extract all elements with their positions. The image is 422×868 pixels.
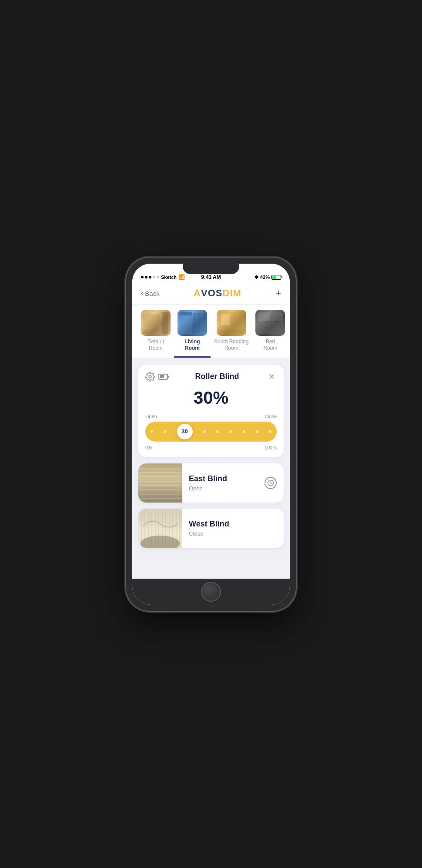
east-blind-status: Open: [189, 485, 258, 492]
svg-rect-6: [197, 313, 201, 332]
home-button[interactable]: [201, 582, 221, 602]
east-blind-thumb: [138, 463, 182, 503]
slider-track[interactable]: 30: [145, 422, 277, 442]
dot-9: [256, 430, 258, 433]
dot-6: [216, 430, 219, 433]
signal-dot-2: [145, 276, 147, 278]
svg-rect-1: [143, 314, 161, 327]
dot-7: [229, 430, 232, 433]
east-blind-card[interactable]: East Blind Open: [138, 463, 284, 503]
close-label: Close: [265, 414, 277, 419]
west-blind-name: West Blind: [189, 519, 277, 529]
dot-5: [203, 430, 206, 433]
room-label-living: LivingRoom: [184, 338, 200, 352]
dot-2: [164, 430, 166, 433]
room-thumb-default: [141, 310, 171, 336]
close-button[interactable]: ✕: [266, 372, 277, 382]
status-time: 9:41 AM: [201, 274, 221, 280]
battery-icon: [271, 275, 281, 280]
main-content: Roller Blind ✕ 30% Open Close: [132, 358, 290, 579]
open-label: Open: [145, 414, 157, 419]
signal-dot-1: [141, 276, 144, 278]
phone-frame: Sketch 📶 9:41 AM ✱ 42% ‹ Back A VOS DIM: [126, 258, 296, 611]
logo-dim: DIM: [222, 288, 241, 299]
room-thumb-south: [217, 310, 246, 336]
phone-screen: Sketch 📶 9:41 AM ✱ 42% ‹ Back A VOS DIM: [132, 264, 290, 605]
room-thumb-bed: [255, 310, 285, 336]
dot-8: [243, 430, 245, 433]
app-header: ‹ Back A VOS DIM +: [132, 283, 290, 305]
card-header: Roller Blind ✕: [145, 372, 277, 382]
slider-dots: [151, 430, 271, 433]
room-label-bedroom: BedRoom: [263, 338, 277, 352]
signal-dot-5: [157, 276, 159, 278]
room-tab-bedroom[interactable]: BedRoom: [252, 310, 288, 358]
chevron-left-icon: ‹: [141, 289, 143, 297]
svg-rect-7: [180, 312, 192, 315]
svg-rect-14: [258, 322, 283, 334]
percent-range: 0% 100%: [145, 445, 277, 450]
battery-percent: 42%: [260, 275, 270, 280]
east-blind-action: [265, 477, 284, 489]
east-blind-name: East Blind: [189, 474, 258, 483]
room-tabs: DefaultRoom LivingRoom: [132, 305, 290, 358]
svg-rect-10: [219, 329, 244, 334]
west-blind-thumb: [138, 509, 182, 548]
add-button[interactable]: +: [275, 288, 281, 299]
back-label: Back: [145, 290, 159, 297]
svg-point-15: [149, 375, 151, 378]
room-label-south: South ReadingRoom: [214, 338, 248, 352]
dot-1: [151, 430, 153, 433]
battery-fill: [272, 276, 276, 279]
back-button[interactable]: ‹ Back: [141, 289, 160, 297]
signal-dots: [141, 276, 159, 278]
room-label-default: DefaultRoom: [147, 338, 164, 352]
percentage-display: 30%: [145, 388, 277, 408]
slider-container: 30: [145, 422, 277, 442]
svg-rect-13: [271, 312, 283, 321]
bluetooth-icon: ✱: [255, 275, 258, 280]
clock-icon[interactable]: [265, 477, 277, 489]
west-blind-status: Close: [189, 530, 277, 537]
room-tab-default[interactable]: DefaultRoom: [137, 310, 174, 358]
logo-vos: VOS: [201, 288, 222, 299]
app-logo: A VOS DIM: [194, 288, 241, 299]
card-icons-left: [145, 372, 168, 382]
logo-a: A: [194, 288, 201, 299]
carrier-label: Sketch: [161, 275, 177, 280]
west-blind-info: West Blind Close: [182, 519, 284, 537]
status-bar-left: Sketch 📶: [141, 274, 185, 280]
east-blind-info: East Blind Open: [182, 474, 265, 492]
room-tab-south[interactable]: South ReadingRoom: [211, 310, 252, 358]
svg-rect-2: [162, 312, 168, 334]
room-tab-living[interactable]: LivingRoom: [174, 310, 211, 358]
roller-blind-title: Roller Blind: [168, 372, 266, 381]
dot-10: [269, 430, 271, 433]
wifi-icon: 📶: [178, 274, 185, 280]
slider-labels: Open Close: [145, 414, 277, 419]
notch: [183, 264, 239, 274]
svg-rect-9: [221, 314, 230, 325]
max-percent: 100%: [265, 445, 277, 450]
svg-rect-12: [258, 312, 270, 321]
room-thumb-living: [178, 310, 207, 336]
signal-dot-3: [149, 276, 151, 278]
battery-card-icon: [158, 374, 168, 380]
battery-card-fill: [160, 375, 164, 378]
slider-thumb[interactable]: 30: [177, 424, 193, 439]
status-bar-right: ✱ 42%: [255, 275, 281, 280]
home-button-area: [132, 579, 290, 605]
settings-icon[interactable]: [145, 372, 155, 382]
west-blind-card[interactable]: West Blind Close: [138, 509, 284, 548]
roller-blind-card: Roller Blind ✕ 30% Open Close: [138, 365, 284, 457]
signal-dot-4: [153, 276, 155, 278]
svg-point-17: [141, 536, 180, 548]
svg-rect-5: [193, 313, 196, 332]
svg-point-3: [143, 329, 156, 334]
min-percent: 0%: [145, 445, 152, 450]
